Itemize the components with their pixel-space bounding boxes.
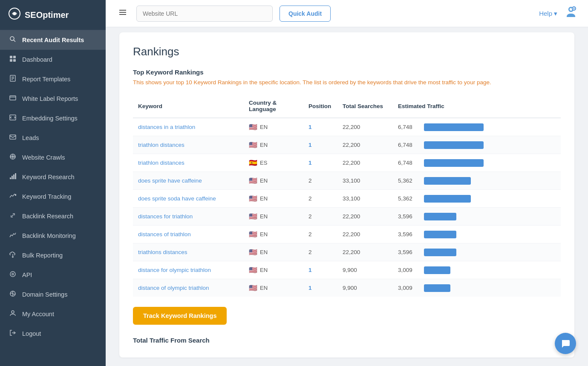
- position-link[interactable]: 1: [308, 285, 312, 291]
- sidebar-logo: SEOptimer: [0, 0, 106, 30]
- searches-cell: 22,200: [337, 208, 393, 226]
- traffic-bar-container: [424, 141, 484, 149]
- sidebar-item-recent-audit[interactable]: Recent Audit Results: [0, 30, 106, 50]
- country-cell: 🇺🇸 EN: [244, 279, 303, 297]
- table-row: triathlon distances 🇪🇸 ES 1 22,200 6,748: [133, 154, 561, 172]
- top-keyword-section: Top Keyword Rankings This shows your top…: [133, 69, 561, 87]
- traffic-cell: 3,596: [393, 226, 561, 243]
- position-cell: 1: [303, 154, 337, 172]
- flag-icon: 🇺🇸: [249, 284, 257, 292]
- traffic-bar-container: [424, 249, 456, 256]
- page-title: Rankings: [133, 45, 561, 58]
- position-link[interactable]: 1: [308, 160, 312, 166]
- traffic-bar: [424, 213, 456, 220]
- traffic-cell: 3,009: [393, 261, 561, 279]
- user-avatar-button[interactable]: [564, 5, 578, 22]
- svg-rect-12: [10, 96, 16, 100]
- traffic-value: 3,009: [398, 285, 417, 291]
- keyword-cell: distance of olympic triathlon: [133, 279, 244, 297]
- traffic-bar: [424, 123, 484, 131]
- keyword-link[interactable]: triathlons distances: [138, 249, 187, 255]
- traffic-bar: [424, 249, 456, 256]
- leads-icon: [9, 134, 17, 142]
- sidebar-item-leads[interactable]: Leads: [0, 128, 106, 148]
- track-keyword-button[interactable]: Track Keyword Rankings: [133, 307, 227, 325]
- traffic-bar-container: [424, 195, 471, 203]
- sidebar-item-label: Embedding Settings: [22, 115, 78, 122]
- sidebar-item-embedding[interactable]: Embedding Settings: [0, 109, 106, 128]
- top-keyword-desc: This shows your top 10 Keyword Rankings …: [133, 78, 561, 87]
- sidebar-item-api[interactable]: API: [0, 265, 106, 285]
- rankings-table: Keyword Country &Language Position Total…: [133, 96, 561, 297]
- flag-icon: 🇺🇸: [249, 123, 257, 131]
- total-traffic-title: Total Traffic From Search: [133, 337, 561, 344]
- keyword-link[interactable]: does sprite soda have caffeine: [138, 195, 216, 202]
- traffic-cell: 5,362: [393, 190, 561, 208]
- country-cell: 🇺🇸 EN: [244, 136, 303, 154]
- sidebar-item-report-templates[interactable]: Report Templates: [0, 69, 106, 89]
- help-button[interactable]: Help ▾: [539, 10, 557, 17]
- position-value: 2: [308, 213, 312, 220]
- sidebar: SEOptimer Recent Audit Results Dashboard…: [0, 0, 106, 366]
- keyword-link[interactable]: triathlon distances: [138, 142, 184, 148]
- sidebar-item-label: Backlink Monitoring: [22, 232, 76, 239]
- chat-bubble-button[interactable]: [555, 333, 576, 354]
- sidebar-item-domain-settings[interactable]: Domain Settings: [0, 285, 106, 304]
- traffic-value: 6,748: [398, 124, 417, 130]
- sidebar-item-logout[interactable]: Logout: [0, 324, 106, 343]
- keyword-link[interactable]: triathlon distances: [138, 160, 184, 166]
- sidebar-item-label: Keyword Research: [22, 174, 75, 180]
- sidebar-item-white-label[interactable]: White Label Reports: [0, 89, 106, 109]
- url-input[interactable]: [136, 6, 273, 22]
- svg-rect-15: [10, 135, 16, 139]
- searches-cell: 22,200: [337, 243, 393, 261]
- sidebar-item-keyword-tracking[interactable]: Keyword Tracking: [0, 187, 106, 206]
- sidebar-item-label: White Label Reports: [22, 95, 78, 102]
- keyword-link[interactable]: does sprite have caffeine: [138, 177, 202, 184]
- table-row: distances for triathlon 🇺🇸 EN 2 22,200 3…: [133, 208, 561, 226]
- keyword-link[interactable]: distances in a triathlon: [138, 124, 195, 130]
- sidebar-item-my-account[interactable]: My Account: [0, 304, 106, 324]
- col-country: Country &Language: [244, 96, 303, 118]
- position-link[interactable]: 1: [308, 124, 312, 130]
- logo-text: SEOptimer: [25, 10, 69, 20]
- flag-icon: 🇺🇸: [249, 266, 257, 274]
- quick-audit-button[interactable]: Quick Audit: [280, 6, 331, 22]
- search-icon: [9, 36, 17, 44]
- traffic-value: 6,748: [398, 160, 417, 166]
- tracking-icon: [9, 192, 17, 201]
- sidebar-item-dashboard[interactable]: Dashboard: [0, 50, 106, 69]
- embed-icon: [9, 114, 17, 123]
- country-cell: 🇺🇸 EN: [244, 190, 303, 208]
- keyword-research-icon: [9, 173, 17, 181]
- keyword-link[interactable]: distance for olympic triathlon: [138, 267, 211, 273]
- svg-point-22: [15, 194, 17, 196]
- position-link[interactable]: 1: [308, 142, 312, 148]
- sidebar-item-backlink-monitoring[interactable]: Backlink Monitoring: [0, 226, 106, 246]
- searches-cell: 22,200: [337, 136, 393, 154]
- keyword-link[interactable]: distances of triathlon: [138, 231, 191, 237]
- flag-icon: 🇺🇸: [249, 230, 257, 238]
- position-cell: 1: [303, 261, 337, 279]
- sidebar-item-keyword-research[interactable]: Keyword Research: [0, 167, 106, 187]
- position-cell: 1: [303, 279, 337, 297]
- sidebar-item-backlink-research[interactable]: Backlink Research: [0, 206, 106, 226]
- table-row: triathlon distances 🇺🇸 EN 1 22,200 6,748: [133, 136, 561, 154]
- keyword-cell: triathlons distances: [133, 243, 244, 261]
- searches-cell: 22,200: [337, 154, 393, 172]
- keyword-link[interactable]: distance of olympic triathlon: [138, 285, 209, 291]
- language-label: EN: [260, 177, 268, 184]
- keyword-link[interactable]: distances for triathlon: [138, 213, 193, 220]
- keyword-cell: distances in a triathlon: [133, 118, 244, 136]
- country-cell: 🇪🇸 ES: [244, 154, 303, 172]
- flag-icon: 🇺🇸: [249, 194, 257, 203]
- searches-cell: 9,900: [337, 261, 393, 279]
- top-keyword-title: Top Keyword Rankings: [133, 69, 561, 76]
- hamburger-button[interactable]: [116, 6, 130, 21]
- sidebar-item-website-crawls[interactable]: Website Crawls: [0, 148, 106, 167]
- svg-line-3: [14, 40, 15, 42]
- position-link[interactable]: 1: [308, 267, 312, 273]
- svg-rect-18: [10, 177, 11, 179]
- sidebar-item-bulk-reporting[interactable]: Bulk Reporting: [0, 246, 106, 265]
- white-label-icon: [9, 94, 17, 103]
